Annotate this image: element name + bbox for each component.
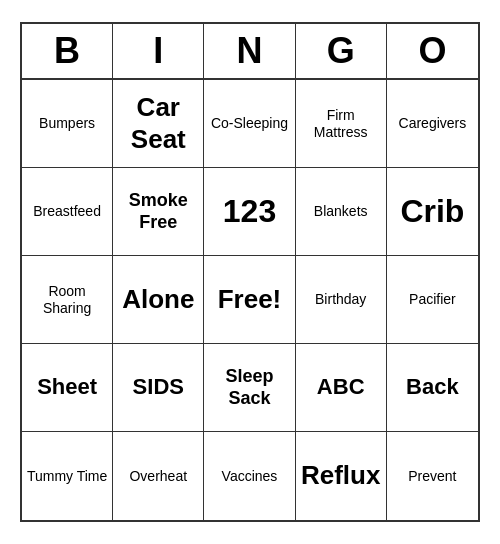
cell-text: Reflux [301, 460, 380, 491]
header-letter: G [296, 24, 387, 78]
cell-text: Bumpers [39, 115, 95, 132]
bingo-cell: Sheet [22, 344, 113, 432]
bingo-cell: Bumpers [22, 80, 113, 168]
bingo-cell: Smoke Free [113, 168, 204, 256]
bingo-cell: Birthday [296, 256, 387, 344]
cell-text: Overheat [129, 468, 187, 485]
bingo-cell: Vaccines [204, 432, 295, 520]
bingo-grid: BumpersCar SeatCo-SleepingFirm MattressC… [22, 80, 478, 520]
bingo-cell: Free! [204, 256, 295, 344]
cell-text: Sheet [37, 374, 97, 400]
cell-text: Smoke Free [117, 190, 199, 233]
cell-text: SIDS [133, 374, 184, 400]
cell-text: Co-Sleeping [211, 115, 288, 132]
bingo-cell: Pacifier [387, 256, 478, 344]
bingo-cell: Sleep Sack [204, 344, 295, 432]
cell-text: Prevent [408, 468, 456, 485]
cell-text: Alone [122, 284, 194, 315]
bingo-cell: Firm Mattress [296, 80, 387, 168]
bingo-card: BINGO BumpersCar SeatCo-SleepingFirm Mat… [20, 22, 480, 522]
cell-text: Vaccines [222, 468, 278, 485]
bingo-cell: Reflux [296, 432, 387, 520]
bingo-cell: Car Seat [113, 80, 204, 168]
cell-text: Caregivers [399, 115, 467, 132]
header-letter: N [204, 24, 295, 78]
cell-text: Car Seat [117, 92, 199, 154]
cell-text: Back [406, 374, 459, 400]
header-letter: I [113, 24, 204, 78]
bingo-cell: Back [387, 344, 478, 432]
cell-text: Breastfeed [33, 203, 101, 220]
bingo-cell: Prevent [387, 432, 478, 520]
cell-text: Crib [400, 192, 464, 230]
bingo-cell: Blankets [296, 168, 387, 256]
cell-text: 123 [223, 192, 276, 230]
cell-text: Birthday [315, 291, 366, 308]
bingo-cell: 123 [204, 168, 295, 256]
header-letter: B [22, 24, 113, 78]
cell-text: Pacifier [409, 291, 456, 308]
bingo-cell: Alone [113, 256, 204, 344]
bingo-cell: Overheat [113, 432, 204, 520]
header-letter: O [387, 24, 478, 78]
cell-text: Free! [218, 284, 282, 315]
bingo-cell: ABC [296, 344, 387, 432]
cell-text: Sleep Sack [208, 366, 290, 409]
bingo-cell: Tummy Time [22, 432, 113, 520]
bingo-cell: Co-Sleeping [204, 80, 295, 168]
bingo-cell: Caregivers [387, 80, 478, 168]
bingo-cell: Crib [387, 168, 478, 256]
cell-text: Firm Mattress [300, 107, 382, 141]
bingo-cell: SIDS [113, 344, 204, 432]
cell-text: Tummy Time [27, 468, 107, 485]
cell-text: ABC [317, 374, 365, 400]
cell-text: Room Sharing [26, 283, 108, 317]
cell-text: Blankets [314, 203, 368, 220]
bingo-cell: Room Sharing [22, 256, 113, 344]
bingo-cell: Breastfeed [22, 168, 113, 256]
bingo-header: BINGO [22, 24, 478, 80]
